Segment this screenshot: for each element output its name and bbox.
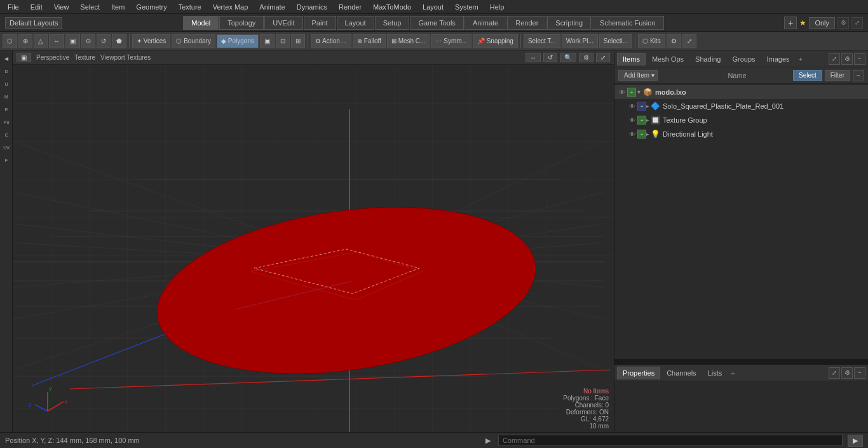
properties-tab-add[interactable]: + [731, 369, 735, 377]
select-button[interactable]: Select [793, 70, 822, 81]
layout-tab-paint[interactable]: Paint [304, 16, 336, 30]
tb-selecti-btn[interactable]: Selecti... [599, 34, 632, 48]
tb-circle-btn[interactable]: ⊙ [81, 34, 95, 48]
layout-tab-game-tools[interactable]: Game Tools [410, 16, 464, 30]
sidebar-mode2[interactable]: M [0, 90, 13, 103]
sidebar-mode7[interactable]: F [0, 154, 13, 166]
menu-layout[interactable]: Layout [417, 2, 449, 12]
tb-polygons-btn[interactable]: ◆ Polygons [217, 34, 259, 48]
menu-dynamics[interactable]: Dynamics [292, 2, 332, 12]
tb-world-btn[interactable]: ⊕ [18, 34, 32, 48]
tb-square-btn[interactable]: ▣ [260, 34, 275, 48]
layout-tab-render[interactable]: Render [507, 16, 546, 30]
filter-button[interactable]: Filter [825, 70, 850, 81]
menu-edit[interactable]: Edit [25, 2, 48, 12]
panel-expand-btn[interactable]: ⤢ [829, 53, 840, 65]
menu-select[interactable]: Select [75, 2, 105, 12]
layout-add-button[interactable]: + [784, 17, 797, 29]
layout-tab-layout[interactable]: Layout [337, 16, 374, 30]
sidebar-mode3[interactable]: E [0, 103, 13, 116]
tab-properties[interactable]: Properties [617, 367, 660, 379]
tb-symm-btn[interactable]: ⋯ Symm... [431, 34, 471, 48]
item-row-solo-mesh[interactable]: 👁 + ▸ 🔷 Solo_Squared_Plastic_Plate_Red_0… [625, 99, 868, 113]
menu-view[interactable]: View [49, 2, 74, 12]
command-input[interactable] [498, 435, 843, 446]
sidebar-mode1[interactable]: U [0, 78, 13, 90]
tb-grid2-btn[interactable]: ⊞ [291, 34, 305, 48]
viewport-icon3[interactable]: 🔍 [560, 53, 576, 62]
settings-icon[interactable]: ⚙ [837, 17, 849, 29]
menu-animate[interactable]: Animate [254, 2, 290, 12]
items-tab-add[interactable]: + [799, 55, 803, 63]
visibility-btn-texture[interactable]: + [637, 116, 646, 125]
viewport[interactable]: ▣ Perspective Texture Viewport Textures … [13, 51, 614, 432]
only-button[interactable]: Only [809, 17, 835, 29]
tab-mesh-ops[interactable]: Mesh Ops [647, 53, 689, 65]
viewport-icon5[interactable]: ⤢ [596, 53, 610, 62]
items-minus-btn[interactable]: − [853, 70, 864, 81]
sidebar-mode6[interactable]: UV [0, 141, 13, 154]
item-name-solo[interactable]: Solo_Squared_Plastic_Plate_Red_001 [663, 102, 865, 110]
star-icon[interactable]: ★ [799, 18, 806, 27]
tb-falloff-btn[interactable]: ⊗ Falloff [353, 34, 386, 48]
visibility-btn-modo[interactable]: + [627, 88, 636, 97]
menu-help[interactable]: Help [485, 2, 510, 12]
viewport-icon2[interactable]: ↺ [543, 53, 557, 62]
tb-action-btn[interactable]: ⚙ Action ... [311, 34, 351, 48]
tb-expand-btn[interactable]: ⬡ [3, 34, 17, 48]
tab-images[interactable]: Images [762, 53, 795, 65]
tb-selectt-btn[interactable]: Select T... [524, 34, 560, 48]
item-name-texture[interactable]: Texture Group [663, 116, 865, 124]
tab-items[interactable]: Items [617, 53, 646, 65]
tb-poly-btn[interactable]: ⬟ [112, 34, 126, 48]
command-go-button[interactable]: ▶ [848, 435, 863, 447]
layout-tab-scripting[interactable]: Scripting [547, 16, 591, 30]
menu-geometry[interactable]: Geometry [131, 2, 172, 12]
viewport-icon1[interactable]: ↔ [526, 53, 541, 62]
eye-icon-texture[interactable]: 👁 [627, 115, 637, 125]
eye-icon-light[interactable]: 👁 [627, 129, 637, 139]
tb-kits-btn[interactable]: ⬡ Kits [638, 34, 665, 48]
item-name-modo[interactable]: modo.lxo [655, 88, 865, 96]
visibility-btn-solo[interactable]: + [637, 102, 646, 111]
add-item-button[interactable]: Add Item ▾ [618, 70, 658, 81]
expand-icon[interactable]: ⤢ [851, 17, 863, 29]
menu-vertex-map[interactable]: Vertex Map [208, 2, 254, 12]
viewport-expand-btn[interactable]: ▣ [17, 53, 31, 62]
menu-file[interactable]: File [3, 2, 24, 12]
tab-groups[interactable]: Groups [727, 53, 760, 65]
eye-icon-modo[interactable]: 👁 [617, 87, 627, 97]
tab-channels[interactable]: Channels [661, 367, 701, 379]
props-settings-btn[interactable]: ⚙ [841, 367, 853, 379]
tb-snapping-btn[interactable]: 📌 Snapping [473, 34, 518, 48]
tb-workpl-btn[interactable]: Work Pl... [562, 34, 598, 48]
item-row-dir-light[interactable]: 👁 + ▸ 💡 Directional Light [625, 127, 868, 141]
item-name-light[interactable]: Directional Light [663, 130, 865, 138]
tb-rotate-btn[interactable]: ↺ [97, 34, 111, 48]
viewport-canvas[interactable]: x z y No Items Polygons : Face Channels:… [13, 65, 614, 432]
viewport-icon4[interactable]: ⚙ [579, 53, 593, 62]
layout-tab-animate[interactable]: Animate [465, 16, 506, 30]
sidebar-mode5[interactable]: C [0, 128, 13, 141]
tab-lists[interactable]: Lists [703, 367, 728, 379]
menu-item[interactable]: Item [106, 2, 130, 12]
visibility-btn-light[interactable]: + [637, 130, 646, 139]
panel-minus-btn[interactable]: − [854, 53, 865, 65]
tb-boundary-btn[interactable]: ⬡ Boundary [172, 34, 215, 48]
menu-system[interactable]: System [450, 2, 484, 12]
items-scrollbar[interactable] [614, 359, 868, 364]
tb-expand2-btn[interactable]: ⤢ [682, 34, 696, 48]
sidebar-dup[interactable]: D [0, 65, 13, 78]
menu-texture[interactable]: Texture [173, 2, 207, 12]
tb-box-btn[interactable]: ▣ [65, 34, 80, 48]
tb-transform-btn[interactable]: ↔ [49, 34, 64, 48]
sidebar-mode4[interactable]: Po [0, 116, 13, 128]
tb-grid1-btn[interactable]: ⊡ [276, 34, 290, 48]
item-row-texture[interactable]: 👁 + ▸ 🔲 Texture Group [625, 113, 868, 127]
tb-snap-btn[interactable]: △ [34, 34, 48, 48]
panel-settings-btn[interactable]: ⚙ [841, 53, 853, 65]
command-arrow[interactable]: ▶ [485, 437, 491, 445]
items-list[interactable]: 👁 + ▼ 📦 modo.lxo 👁 + ▸ 🔷 Solo_Squared_Pl… [614, 84, 868, 359]
sidebar-indicator[interactable]: ◀ [0, 52, 13, 65]
layout-dropdown[interactable]: Default Layouts [5, 17, 62, 29]
